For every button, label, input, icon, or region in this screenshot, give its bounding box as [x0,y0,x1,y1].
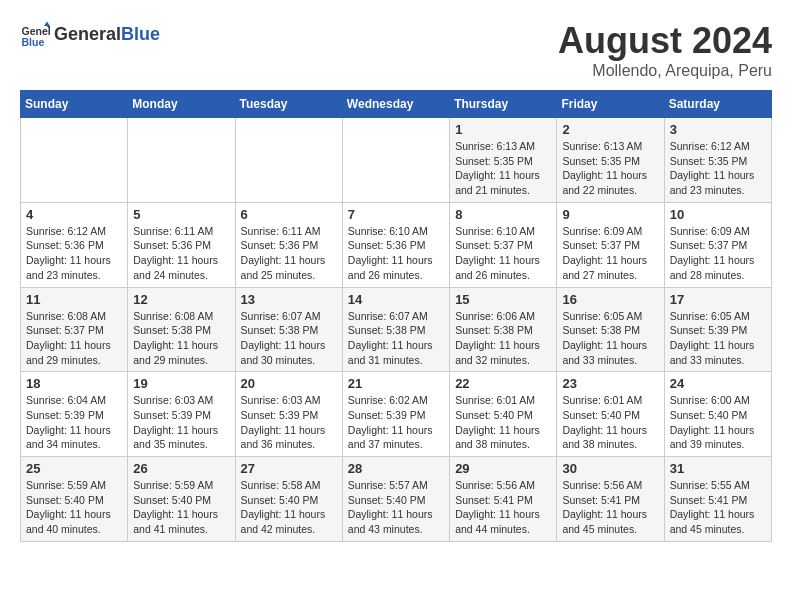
calendar-cell: 14Sunrise: 6:07 AM Sunset: 5:38 PM Dayli… [342,287,449,372]
day-number: 20 [241,376,337,391]
day-number: 26 [133,461,229,476]
day-number: 13 [241,292,337,307]
day-number: 3 [670,122,766,137]
subtitle: Mollendo, Arequipa, Peru [558,62,772,80]
day-info: Sunrise: 6:05 AM Sunset: 5:39 PM Dayligh… [670,309,766,368]
calendar-cell: 23Sunrise: 6:01 AM Sunset: 5:40 PM Dayli… [557,372,664,457]
calendar-cell: 7Sunrise: 6:10 AM Sunset: 5:36 PM Daylig… [342,202,449,287]
calendar-cell: 25Sunrise: 5:59 AM Sunset: 5:40 PM Dayli… [21,457,128,542]
day-info: Sunrise: 6:03 AM Sunset: 5:39 PM Dayligh… [241,393,337,452]
calendar-cell [128,118,235,203]
day-number: 22 [455,376,551,391]
week-row-2: 11Sunrise: 6:08 AM Sunset: 5:37 PM Dayli… [21,287,772,372]
day-info: Sunrise: 6:06 AM Sunset: 5:38 PM Dayligh… [455,309,551,368]
header-thursday: Thursday [450,91,557,118]
day-info: Sunrise: 6:09 AM Sunset: 5:37 PM Dayligh… [562,224,658,283]
day-info: Sunrise: 6:13 AM Sunset: 5:35 PM Dayligh… [455,139,551,198]
header-saturday: Saturday [664,91,771,118]
day-info: Sunrise: 5:57 AM Sunset: 5:40 PM Dayligh… [348,478,444,537]
day-info: Sunrise: 6:10 AM Sunset: 5:37 PM Dayligh… [455,224,551,283]
calendar-cell: 10Sunrise: 6:09 AM Sunset: 5:37 PM Dayli… [664,202,771,287]
page-header: General Blue GeneralBlue August 2024 Mol… [20,20,772,80]
day-number: 23 [562,376,658,391]
calendar-cell: 12Sunrise: 6:08 AM Sunset: 5:38 PM Dayli… [128,287,235,372]
title-area: August 2024 Mollendo, Arequipa, Peru [558,20,772,80]
day-number: 17 [670,292,766,307]
calendar-cell: 11Sunrise: 6:08 AM Sunset: 5:37 PM Dayli… [21,287,128,372]
day-info: Sunrise: 5:56 AM Sunset: 5:41 PM Dayligh… [562,478,658,537]
day-number: 25 [26,461,122,476]
week-row-4: 25Sunrise: 5:59 AM Sunset: 5:40 PM Dayli… [21,457,772,542]
calendar-cell: 3Sunrise: 6:12 AM Sunset: 5:35 PM Daylig… [664,118,771,203]
day-number: 7 [348,207,444,222]
day-info: Sunrise: 6:12 AM Sunset: 5:36 PM Dayligh… [26,224,122,283]
day-info: Sunrise: 5:58 AM Sunset: 5:40 PM Dayligh… [241,478,337,537]
calendar-cell: 17Sunrise: 6:05 AM Sunset: 5:39 PM Dayli… [664,287,771,372]
day-number: 11 [26,292,122,307]
week-row-0: 1Sunrise: 6:13 AM Sunset: 5:35 PM Daylig… [21,118,772,203]
day-info: Sunrise: 6:07 AM Sunset: 5:38 PM Dayligh… [241,309,337,368]
day-info: Sunrise: 6:08 AM Sunset: 5:38 PM Dayligh… [133,309,229,368]
day-number: 30 [562,461,658,476]
calendar-cell: 31Sunrise: 5:55 AM Sunset: 5:41 PM Dayli… [664,457,771,542]
day-info: Sunrise: 5:55 AM Sunset: 5:41 PM Dayligh… [670,478,766,537]
day-info: Sunrise: 6:05 AM Sunset: 5:38 PM Dayligh… [562,309,658,368]
day-number: 1 [455,122,551,137]
day-info: Sunrise: 6:10 AM Sunset: 5:36 PM Dayligh… [348,224,444,283]
day-number: 29 [455,461,551,476]
day-info: Sunrise: 6:13 AM Sunset: 5:35 PM Dayligh… [562,139,658,198]
calendar-cell: 4Sunrise: 6:12 AM Sunset: 5:36 PM Daylig… [21,202,128,287]
calendar-cell [235,118,342,203]
logo-icon: General Blue [20,20,50,50]
calendar-cell: 28Sunrise: 5:57 AM Sunset: 5:40 PM Dayli… [342,457,449,542]
main-title: August 2024 [558,20,772,62]
calendar-cell: 30Sunrise: 5:56 AM Sunset: 5:41 PM Dayli… [557,457,664,542]
day-info: Sunrise: 6:09 AM Sunset: 5:37 PM Dayligh… [670,224,766,283]
calendar-cell: 8Sunrise: 6:10 AM Sunset: 5:37 PM Daylig… [450,202,557,287]
day-number: 8 [455,207,551,222]
header-monday: Monday [128,91,235,118]
day-number: 16 [562,292,658,307]
day-info: Sunrise: 6:00 AM Sunset: 5:40 PM Dayligh… [670,393,766,452]
logo-blue-text: Blue [121,24,160,44]
day-info: Sunrise: 5:59 AM Sunset: 5:40 PM Dayligh… [133,478,229,537]
day-number: 14 [348,292,444,307]
calendar-cell: 6Sunrise: 6:11 AM Sunset: 5:36 PM Daylig… [235,202,342,287]
day-number: 4 [26,207,122,222]
day-info: Sunrise: 6:01 AM Sunset: 5:40 PM Dayligh… [562,393,658,452]
day-number: 10 [670,207,766,222]
day-info: Sunrise: 6:08 AM Sunset: 5:37 PM Dayligh… [26,309,122,368]
header-friday: Friday [557,91,664,118]
day-number: 27 [241,461,337,476]
day-number: 31 [670,461,766,476]
day-info: Sunrise: 5:59 AM Sunset: 5:40 PM Dayligh… [26,478,122,537]
day-number: 19 [133,376,229,391]
calendar-cell: 18Sunrise: 6:04 AM Sunset: 5:39 PM Dayli… [21,372,128,457]
header-row: SundayMondayTuesdayWednesdayThursdayFrid… [21,91,772,118]
calendar-cell: 21Sunrise: 6:02 AM Sunset: 5:39 PM Dayli… [342,372,449,457]
day-number: 28 [348,461,444,476]
day-number: 6 [241,207,337,222]
day-number: 21 [348,376,444,391]
day-number: 24 [670,376,766,391]
day-number: 15 [455,292,551,307]
svg-text:Blue: Blue [22,36,45,48]
header-sunday: Sunday [21,91,128,118]
day-info: Sunrise: 6:11 AM Sunset: 5:36 PM Dayligh… [133,224,229,283]
day-number: 12 [133,292,229,307]
calendar-cell: 19Sunrise: 6:03 AM Sunset: 5:39 PM Dayli… [128,372,235,457]
day-info: Sunrise: 6:07 AM Sunset: 5:38 PM Dayligh… [348,309,444,368]
header-tuesday: Tuesday [235,91,342,118]
calendar-cell: 5Sunrise: 6:11 AM Sunset: 5:36 PM Daylig… [128,202,235,287]
week-row-1: 4Sunrise: 6:12 AM Sunset: 5:36 PM Daylig… [21,202,772,287]
day-number: 18 [26,376,122,391]
week-row-3: 18Sunrise: 6:04 AM Sunset: 5:39 PM Dayli… [21,372,772,457]
day-info: Sunrise: 6:01 AM Sunset: 5:40 PM Dayligh… [455,393,551,452]
day-info: Sunrise: 5:56 AM Sunset: 5:41 PM Dayligh… [455,478,551,537]
calendar-table: SundayMondayTuesdayWednesdayThursdayFrid… [20,90,772,542]
calendar-cell: 26Sunrise: 5:59 AM Sunset: 5:40 PM Dayli… [128,457,235,542]
calendar-cell: 22Sunrise: 6:01 AM Sunset: 5:40 PM Dayli… [450,372,557,457]
day-info: Sunrise: 6:03 AM Sunset: 5:39 PM Dayligh… [133,393,229,452]
day-info: Sunrise: 6:04 AM Sunset: 5:39 PM Dayligh… [26,393,122,452]
calendar-cell: 29Sunrise: 5:56 AM Sunset: 5:41 PM Dayli… [450,457,557,542]
